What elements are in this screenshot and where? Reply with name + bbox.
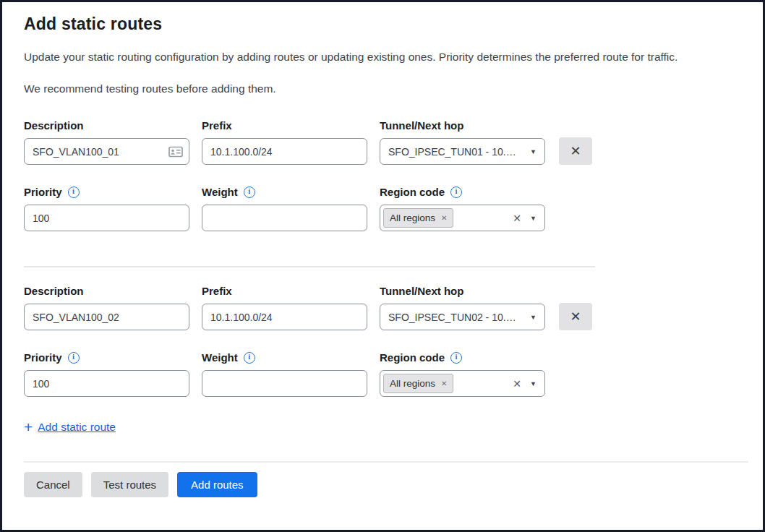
description-label: Description [24, 119, 189, 132]
dialog-note: We recommend testing routes before addin… [24, 82, 748, 95]
info-icon[interactable]: i [450, 352, 462, 364]
priority-input[interactable] [24, 205, 189, 231]
description-input[interactable] [24, 304, 189, 330]
info-icon[interactable]: i [68, 186, 80, 198]
clear-selection-icon[interactable]: ✕ [513, 378, 521, 390]
tag-remove-icon[interactable]: ✕ [441, 379, 447, 387]
weight-input[interactable] [202, 370, 367, 397]
add-routes-button[interactable]: Add routes [177, 472, 257, 497]
region-multiselect[interactable]: All regions ✕ ✕ ▼ [380, 370, 545, 397]
chevron-down-icon[interactable]: ▼ [521, 148, 537, 155]
plus-icon: + [24, 419, 33, 434]
prefix-label: Prefix [202, 285, 367, 297]
test-routes-button[interactable]: Test routes [91, 472, 168, 497]
route-divider [24, 266, 595, 267]
weight-label: Weight i [202, 186, 367, 198]
add-static-route-link[interactable]: Add static route [38, 421, 116, 434]
region-tag-label: All regions [390, 378, 435, 389]
priority-label: Priority i [24, 351, 189, 364]
dialog-content: Add static routes Update your static rou… [2, 2, 763, 497]
tag-remove-icon[interactable]: ✕ [441, 214, 447, 222]
weight-input[interactable] [202, 205, 367, 231]
close-icon: ✕ [570, 143, 581, 159]
chevron-down-icon[interactable]: ▼ [521, 314, 537, 321]
page-title: Add static routes [24, 14, 748, 34]
close-icon: ✕ [570, 309, 581, 325]
region-tag: All regions ✕ [383, 374, 453, 393]
region-tag: All regions ✕ [383, 208, 453, 228]
dialog-description: Update your static routing configuration… [24, 51, 748, 64]
region-label: Region code i [380, 186, 545, 198]
tunnel-select-value: SFO_IPSEC_TUN01 - 10.25... [388, 146, 521, 158]
contact-card-icon [168, 146, 183, 158]
chevron-down-icon[interactable]: ▼ [521, 215, 537, 222]
clear-selection-icon[interactable]: ✕ [513, 213, 521, 224]
region-multiselect[interactable]: All regions ✕ ✕ ▼ [380, 205, 545, 231]
route-block-2: Description Prefix Tunnel/Next hop SFO_I… [24, 285, 748, 397]
region-label: Region code i [380, 351, 545, 364]
prefix-input[interactable] [202, 138, 367, 165]
prefix-label: Prefix [202, 119, 367, 132]
info-icon[interactable]: i [244, 352, 255, 364]
tunnel-select[interactable]: SFO_IPSEC_TUN02 - 10.25... ▼ [380, 304, 545, 330]
prefix-input[interactable] [202, 304, 367, 330]
info-icon[interactable]: i [450, 186, 462, 198]
tunnel-select-value: SFO_IPSEC_TUN02 - 10.25... [388, 312, 521, 323]
route-block-1: Description [24, 119, 748, 231]
add-static-routes-dialog: Add static routes Update your static rou… [0, 0, 765, 532]
description-label: Description [24, 285, 189, 297]
add-static-route-row: + Add static route [24, 419, 748, 434]
info-icon[interactable]: i [68, 352, 80, 364]
priority-label: Priority i [24, 186, 189, 198]
tunnel-label: Tunnel/Next hop [380, 285, 545, 297]
weight-label: Weight i [202, 351, 367, 364]
priority-input[interactable] [24, 370, 189, 397]
footer-bar: Cancel Test routes Add routes [24, 461, 748, 497]
description-input[interactable] [24, 138, 189, 165]
info-icon[interactable]: i [244, 186, 255, 198]
tunnel-label: Tunnel/Next hop [380, 119, 545, 132]
tunnel-select[interactable]: SFO_IPSEC_TUN01 - 10.25... ▼ [380, 138, 545, 165]
chevron-down-icon[interactable]: ▼ [521, 380, 537, 387]
region-tag-label: All regions [390, 213, 435, 223]
delete-route-button[interactable]: ✕ [559, 137, 592, 165]
delete-route-button[interactable]: ✕ [559, 303, 592, 330]
cancel-button[interactable]: Cancel [24, 472, 82, 497]
